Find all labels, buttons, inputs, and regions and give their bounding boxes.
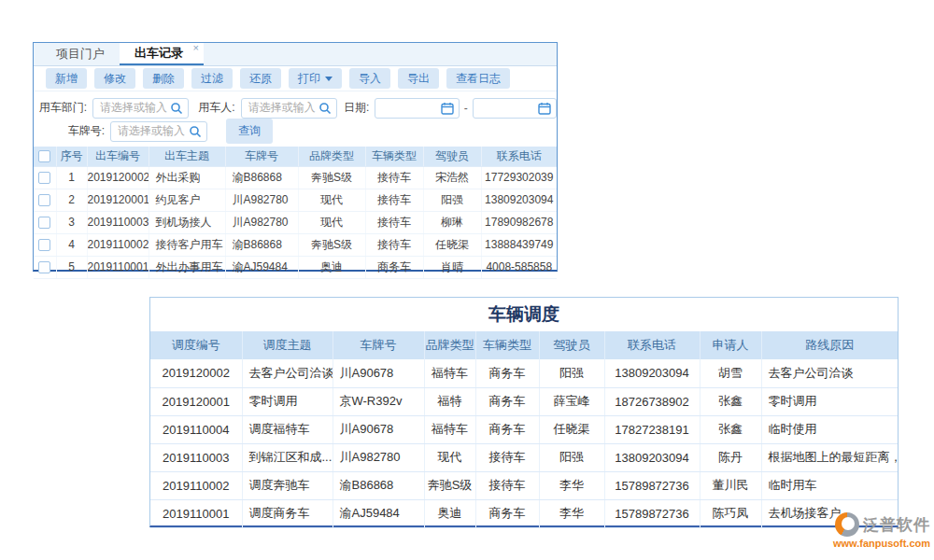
dispatch-table: 调度编号 调度主题 车牌号 品牌类型 车辆类型 驾驶员 联系电话 申请人 路线原… <box>150 331 898 528</box>
cell-dispatch-subject[interactable]: 调度奔驰车 <box>242 471 333 499</box>
delete-button[interactable]: 删除 <box>143 68 184 89</box>
cell-dispatch-subject[interactable]: 到锦江区和成... <box>242 443 333 471</box>
calendar-icon[interactable] <box>441 102 454 115</box>
cell-dispatch-id[interactable]: 2019110002 <box>150 471 242 499</box>
cell-trip-id[interactable]: 2019110001 <box>87 256 149 278</box>
cell-vehicle-type: 接待车 <box>475 471 539 499</box>
cell-dispatch-id[interactable]: 2019120002 <box>150 359 242 387</box>
restore-button[interactable]: 还原 <box>240 68 281 89</box>
tab-project-portal[interactable]: 项目门户 <box>41 43 120 65</box>
row-checkbox[interactable] <box>38 239 50 251</box>
input-placeholder: 请选择或输入 <box>118 123 185 139</box>
cell-phone: 4008-585858 <box>481 256 557 278</box>
filter-button[interactable]: 过滤 <box>191 68 233 89</box>
add-button[interactable]: 新增 <box>46 68 87 89</box>
cell-dispatch-subject[interactable]: 调度商务车 <box>242 499 333 527</box>
cell-plate[interactable]: 渝B86868 <box>225 233 298 256</box>
table-row[interactable]: 2019120002 去客户公司洽谈 川A90678 福特车 商务车 阳强 13… <box>150 359 898 387</box>
table-row[interactable]: 4 2019110002 接待客户用车 渝B86868 奔驰S级 接待车 任晓渠… <box>34 233 557 256</box>
plate-input[interactable]: 请选择或输入 <box>110 121 207 142</box>
cell-vehicle-type: 商务车 <box>475 415 539 443</box>
cell-trip-subject[interactable]: 约见客户 <box>149 189 225 211</box>
cell-dispatch-subject[interactable]: 调度福特车 <box>242 415 333 443</box>
edit-button[interactable]: 修改 <box>94 68 135 89</box>
cell-dispatch-id[interactable]: 2019110003 <box>150 443 242 471</box>
cell-trip-subject[interactable]: 到机场接人 <box>149 211 225 233</box>
cell-trip-id[interactable]: 2019120001 <box>87 189 149 211</box>
export-button[interactable]: 导出 <box>398 68 439 89</box>
table-row[interactable]: 2019110001 调度商务车 渝AJ59484 奥迪 商务车 李华 1578… <box>150 499 898 527</box>
calendar-icon[interactable] <box>538 102 551 115</box>
search-icon[interactable] <box>318 102 332 115</box>
cell-brand: 福特车 <box>424 415 475 443</box>
table-row[interactable]: 1 2019120002 外出采购 渝B86868 奔驰S级 接待车 宋浩然 1… <box>34 166 557 189</box>
view-log-button[interactable]: 查看日志 <box>446 68 510 89</box>
cell-driver[interactable]: 李华 <box>539 471 604 499</box>
table-row[interactable]: 2019110003 到锦江区和成... 川A982780 现代 接待车 阳强 … <box>150 443 898 471</box>
cell-driver[interactable]: 任晓渠 <box>539 415 604 443</box>
cell-plate[interactable]: 川A90678 <box>333 359 424 387</box>
print-button[interactable]: 打印 <box>289 68 342 89</box>
user-input[interactable]: 请选择或输入 <box>241 98 337 119</box>
row-checkbox[interactable] <box>38 194 50 206</box>
table-row[interactable]: 2019110002 调度奔驰车 渝B86868 奔驰S级 接待车 李华 157… <box>150 471 898 499</box>
cell-plate[interactable]: 渝B86868 <box>225 166 298 189</box>
cell-plate[interactable]: 川A90678 <box>333 415 424 443</box>
cell-plate[interactable]: 川A982780 <box>225 189 298 211</box>
cell-dispatch-id[interactable]: 2019110004 <box>150 415 242 443</box>
cell-driver[interactable]: 薛宝峰 <box>539 387 604 415</box>
query-button[interactable]: 查询 <box>226 119 273 144</box>
cell-trip-subject[interactable]: 外出采购 <box>149 166 225 189</box>
tab-trip-record[interactable]: 出车记录 × <box>120 43 204 65</box>
cell-plate[interactable]: 川A982780 <box>225 211 298 233</box>
cell-trip-id[interactable]: 2019110002 <box>87 233 149 256</box>
cell-driver[interactable]: 宋浩然 <box>423 166 481 189</box>
col-route-reason: 路线原因 <box>761 331 898 359</box>
cell-phone: 13809203094 <box>604 443 700 471</box>
select-all-checkbox[interactable] <box>38 150 50 162</box>
search-icon[interactable] <box>189 125 202 138</box>
table-row[interactable]: 5 2019110001 外出办事用车 渝AJ59484 奥迪 商务车 肖晴 4… <box>34 256 557 278</box>
cell-seq: 4 <box>56 233 87 256</box>
vendor-logo: 泛普软件 www.fanpusoft.com <box>811 512 930 549</box>
cell-brand: 奥迪 <box>298 256 365 278</box>
cell-vehicle-type: 商务车 <box>475 359 539 387</box>
cell-driver[interactable]: 肖晴 <box>423 256 481 278</box>
cell-dispatch-subject[interactable]: 零时调用 <box>242 387 333 415</box>
table-row[interactable]: 2 2019120001 约见客户 川A982780 现代 接待车 阳强 138… <box>34 189 557 211</box>
date-to-input[interactable] <box>473 98 557 119</box>
cell-driver[interactable]: 阳强 <box>539 443 604 471</box>
table-row[interactable]: 3 2019110003 到机场接人 川A982780 现代 接待车 柳琳 17… <box>34 211 557 233</box>
cell-plate[interactable]: 川A982780 <box>333 443 424 471</box>
cell-trip-id[interactable]: 2019120002 <box>87 166 149 189</box>
cell-plate[interactable]: 渝AJ59484 <box>333 499 424 527</box>
import-button[interactable]: 导入 <box>349 68 390 89</box>
cell-trip-id[interactable]: 2019110003 <box>87 211 149 233</box>
cell-plate[interactable]: 京W-R392v <box>333 387 424 415</box>
dept-input[interactable]: 请选择或输入 <box>92 98 189 119</box>
cell-driver[interactable]: 阳强 <box>423 189 481 211</box>
col-driver: 驾驶员 <box>539 331 604 359</box>
table-row[interactable]: 2019110004 调度福特车 川A90678 福特车 商务车 任晓渠 178… <box>150 415 898 443</box>
cell-plate[interactable]: 渝B86868 <box>333 471 424 499</box>
close-icon[interactable]: × <box>193 43 199 53</box>
search-icon[interactable] <box>170 102 183 115</box>
cell-driver[interactable]: 任晓渠 <box>423 233 481 256</box>
row-checkbox[interactable] <box>38 217 50 229</box>
cell-driver[interactable]: 李华 <box>539 499 604 527</box>
row-checkbox[interactable] <box>38 172 50 184</box>
cell-plate[interactable]: 渝AJ59484 <box>225 256 298 278</box>
cell-dispatch-subject[interactable]: 去客户公司洽谈 <box>242 359 333 387</box>
cell-dispatch-id[interactable]: 2019120001 <box>150 387 242 415</box>
vendor-logo-row: 泛普软件 <box>811 512 930 537</box>
plate-label: 车牌号: <box>34 123 105 139</box>
cell-driver[interactable]: 柳琳 <box>423 211 481 233</box>
cell-driver[interactable]: 阳强 <box>539 359 604 387</box>
cell-trip-subject[interactable]: 外出办事用车 <box>149 256 225 278</box>
date-from-input[interactable] <box>375 98 459 119</box>
cell-brand: 奔驰S级 <box>298 233 365 256</box>
cell-dispatch-id[interactable]: 2019110001 <box>150 499 242 527</box>
cell-trip-subject[interactable]: 接待客户用车 <box>149 233 225 256</box>
row-checkbox[interactable] <box>38 261 50 273</box>
table-row[interactable]: 2019120001 零时调用 京W-R392v 福特 商务车 薛宝峰 1872… <box>150 387 898 415</box>
